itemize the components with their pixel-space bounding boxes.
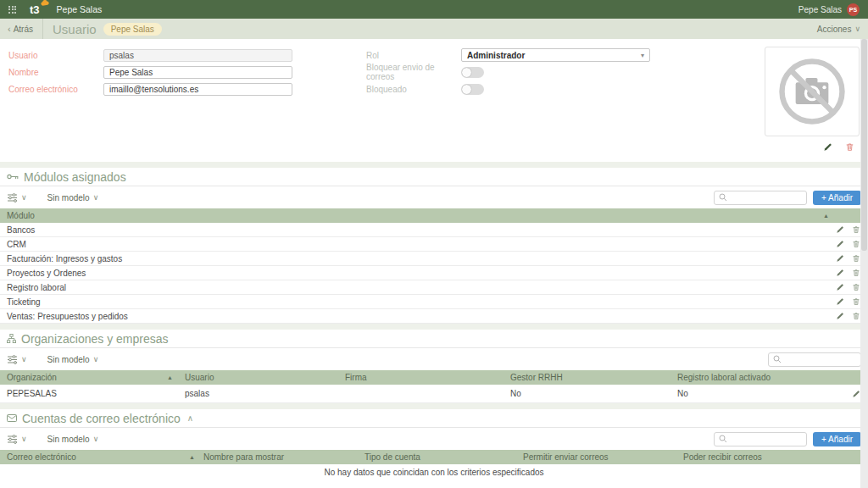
edit-photo-button[interactable] <box>819 141 836 153</box>
actions-label: Acciones <box>817 25 852 34</box>
table-row[interactable]: CRM <box>0 237 868 252</box>
sort-asc-icon[interactable]: ▲ <box>823 213 829 219</box>
chevron-down-icon: ∨ <box>93 193 99 202</box>
edit-icon[interactable] <box>852 390 860 398</box>
modulos-search-input[interactable] <box>727 193 799 202</box>
firma-column-header[interactable]: Firma <box>345 373 510 382</box>
delete-icon[interactable] <box>852 283 860 291</box>
registro-laboral-column-header[interactable]: Registro laboral activado <box>677 373 821 382</box>
gestor-rrhh-column-header[interactable]: Gestor RRHH <box>510 373 677 382</box>
scrollbar-thumb[interactable] <box>861 39 867 251</box>
organizacion-cell: PEPESALAS <box>7 389 57 398</box>
permitir-enviar-column-header[interactable]: Permitir enviar correos <box>523 452 683 462</box>
modulos-model-select[interactable]: Sin modelo ∨ <box>47 193 99 202</box>
usuario-column-header[interactable]: Usuario <box>185 373 345 382</box>
back-button[interactable]: ‹ Atrás <box>8 24 33 34</box>
user-form: Usuario Nombre Correo electrónico Rol Ad… <box>0 39 868 162</box>
cuentas-section-title[interactable]: Cuentas de correo electrónico ∧ <box>0 409 868 428</box>
organizaciones-toolbar: ∨ Sin modelo ∨ <box>0 348 868 370</box>
organizaciones-filter-button[interactable]: ∨ <box>7 355 27 364</box>
correo-field[interactable] <box>103 83 292 96</box>
key-icon <box>7 173 19 180</box>
edit-icon[interactable] <box>836 269 844 277</box>
delete-photo-button[interactable] <box>841 141 858 153</box>
rol-select[interactable]: Administrador ▾ <box>461 48 650 62</box>
table-row[interactable]: Facturación: Ingresos y gastos <box>0 252 868 266</box>
sliders-icon <box>7 193 18 202</box>
search-icon <box>719 435 727 443</box>
edit-icon[interactable] <box>836 297 844 306</box>
table-row[interactable]: Bancos <box>0 223 868 237</box>
sort-asc-icon[interactable]: ▲ <box>189 454 195 460</box>
app-logo[interactable]: t3 <box>30 3 40 16</box>
organizaciones-model-label: Sin modelo <box>47 355 90 364</box>
edit-icon[interactable] <box>836 240 844 248</box>
cuentas-model-label: Sin modelo <box>47 435 90 444</box>
modulos-add-button[interactable]: + Añadir <box>813 191 861 205</box>
cuentas-search <box>714 432 807 446</box>
modulo-column-header[interactable]: Módulo <box>0 211 35 220</box>
chevron-down-icon: ∨ <box>854 25 860 33</box>
usuario-field[interactable] <box>103 49 292 62</box>
modulos-section: Módulos asignados ∨ Sin modelo ∨ + Añadi… <box>0 168 868 324</box>
delete-icon[interactable] <box>852 225 860 234</box>
bloqueado-toggle[interactable] <box>461 84 484 95</box>
correo-header-label: Correo electrónico <box>7 452 76 462</box>
cuentas-add-button[interactable]: + Añadir <box>813 432 861 446</box>
modulos-title-text: Módulos asignados <box>24 170 126 184</box>
edit-icon[interactable] <box>836 225 844 234</box>
correo-label: Correo electrónico <box>8 85 103 94</box>
poder-recibir-column-header[interactable]: Poder recibir correos <box>683 452 853 462</box>
organizaciones-table-header: Organización ▲ Usuario Firma Gestor RRHH… <box>0 370 868 385</box>
sliders-icon <box>7 355 18 364</box>
cuentas-filter-button[interactable]: ∨ <box>7 435 27 444</box>
edit-icon[interactable] <box>836 312 844 320</box>
edit-icon[interactable] <box>836 254 844 263</box>
modulos-toolbar: ∨ Sin modelo ∨ + Añadir <box>0 186 868 208</box>
nombre-field[interactable] <box>103 66 292 79</box>
table-row[interactable]: Ticketing <box>0 295 868 309</box>
topbar: t3 Pepe Salas Pepe Salas PS <box>0 0 868 19</box>
table-row[interactable]: PEPESALAS psalas No No <box>0 385 868 403</box>
organizaciones-search-input[interactable] <box>782 355 854 364</box>
topbar-user-name[interactable]: Pepe Salas <box>798 5 842 14</box>
cuentas-model-select[interactable]: Sin modelo ∨ <box>47 435 99 444</box>
breadcrumb-bar: ‹ Atrás Usuario Pepe Salas Acciones ∨ <box>0 19 868 39</box>
entity-title: Usuario <box>53 22 97 36</box>
gestor-rrhh-cell: No <box>510 389 677 398</box>
delete-icon[interactable] <box>852 312 860 320</box>
cuentas-search-input[interactable] <box>727 435 799 444</box>
app-launcher-icon[interactable] <box>8 6 16 14</box>
cloud-icon <box>41 0 49 6</box>
modulos-search <box>714 191 807 205</box>
organizaciones-model-select[interactable]: Sin modelo ∨ <box>47 355 99 364</box>
chevron-up-icon[interactable]: ∧ <box>187 413 193 423</box>
delete-icon[interactable] <box>852 240 860 248</box>
bloquear-envio-label: Bloquear envio de correos <box>366 63 461 81</box>
vertical-scrollbar[interactable] <box>860 39 868 488</box>
nombre-mostrar-column-header[interactable]: Nombre para mostrar <box>203 452 364 462</box>
divider <box>42 19 43 39</box>
module-name: Facturación: Ingresos y gastos <box>0 254 122 263</box>
organizacion-header-label: Organización <box>7 373 57 382</box>
search-icon <box>773 355 782 363</box>
table-row[interactable]: Proyectos y Ordenes <box>0 266 868 280</box>
modulos-table-header[interactable]: Módulo ▲ <box>0 208 868 223</box>
organizacion-column-header[interactable]: Organización ▲ <box>0 373 185 382</box>
bloquear-envio-toggle[interactable] <box>461 67 484 78</box>
user-avatar[interactable]: PS <box>847 3 860 16</box>
modulos-filter-button[interactable]: ∨ <box>7 193 27 202</box>
correo-column-header[interactable]: Correo electrónico ▲ <box>0 452 203 462</box>
delete-icon[interactable] <box>852 254 860 263</box>
delete-icon[interactable] <box>852 297 860 306</box>
delete-icon[interactable] <box>852 269 860 277</box>
rol-value: Administrador <box>467 51 525 60</box>
cuentas-section: Cuentas de correo electrónico ∧ ∨ Sin mo… <box>0 409 868 488</box>
table-row[interactable]: Registro laboral <box>0 280 868 295</box>
edit-icon[interactable] <box>836 283 844 291</box>
table-row[interactable]: Ventas: Presupuestos y pedidos <box>0 309 868 324</box>
tipo-cuenta-column-header[interactable]: Tipo de cuenta <box>364 452 523 462</box>
cuentas-table-header: Correo electrónico ▲ Nombre para mostrar… <box>0 450 868 464</box>
actions-menu-button[interactable]: Acciones ∨ <box>817 25 860 34</box>
sort-asc-icon[interactable]: ▲ <box>167 374 173 380</box>
